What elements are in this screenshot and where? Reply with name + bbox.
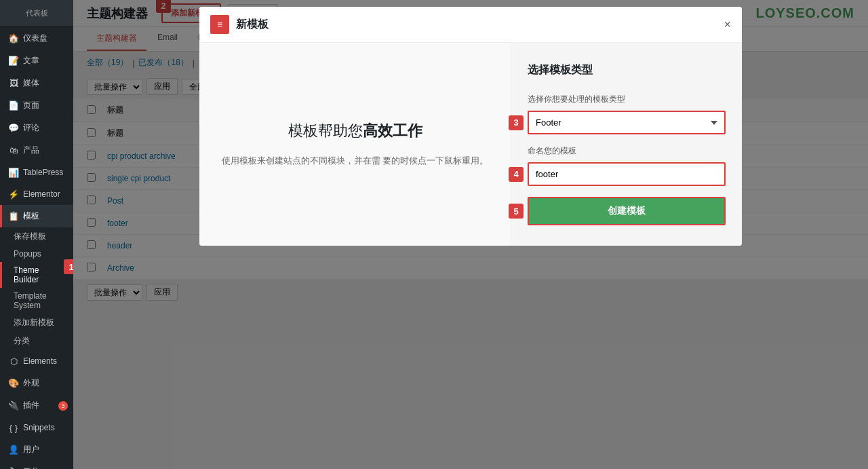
template-name-group: 命名您的模板 4	[528, 145, 726, 186]
modal-icon: ≡	[210, 15, 229, 34]
sidebar-item-label: 工具	[23, 466, 39, 469]
template-type-group: 选择你想要处理的模板类型 3 Footer Page Section Heade…	[528, 94, 726, 134]
sidebar-logo: 代表板	[0, 0, 73, 27]
tools-icon: 🔧	[8, 467, 19, 470]
sidebar-item-templates[interactable]: 📋 模板	[0, 205, 73, 227]
elementor-icon: ⚡	[8, 189, 19, 200]
pages-icon: 📄	[8, 100, 19, 111]
elementor-icon-small: ≡	[217, 19, 222, 30]
appearance-icon: 🎨	[8, 378, 19, 389]
sidebar-item-label: 产品	[23, 145, 39, 156]
sidebar-item-snippets[interactable]: { } Snippets	[0, 417, 73, 438]
step5-badge: 5	[509, 204, 524, 219]
plugins-icon: 🔌	[8, 400, 19, 411]
sidebar-item-plugins[interactable]: 🔌 插件 3	[0, 394, 73, 417]
create-button-group: 5 创建模板	[528, 197, 726, 225]
plugins-badge: 3	[58, 401, 68, 411]
sidebar-item-label: 模板	[23, 210, 39, 222]
step4-badge: 4	[509, 167, 524, 182]
sidebar-sub-themebuilder[interactable]: Theme Builder 1	[0, 262, 73, 288]
modal-body: 模板帮助您高效工作 使用模板来创建站点的不同模块，并在需 要的时候点一下鼠标重用…	[199, 43, 742, 246]
template-type-select[interactable]: Footer Page Section Header Single Archiv…	[528, 111, 726, 134]
sidebar-item-appearance[interactable]: 🎨 外观	[0, 372, 73, 394]
sidebar-item-label: TablePress	[23, 168, 63, 177]
sidebar-item-label: 媒体	[23, 77, 39, 89]
sidebar-item-tools[interactable]: 🔧 工具	[0, 461, 73, 469]
modal-right-panel: 选择模板类型 选择你想要处理的模板类型 3 Footer Page Sectio…	[511, 43, 742, 246]
sidebar-sub-popups[interactable]: Popups	[0, 246, 73, 262]
sidebar-sub-templatesystem[interactable]: Template System	[0, 288, 73, 314]
sidebar-item-label: 用户	[23, 444, 39, 455]
sidebar-item-label: 评论	[23, 122, 39, 134]
elements-icon: ⬡	[8, 356, 19, 367]
media-icon: 🖼	[8, 78, 19, 89]
sidebar-item-elementor[interactable]: ⚡ Elementor	[0, 183, 73, 205]
sidebar-item-label: Elementor	[23, 189, 60, 199]
sidebar-sub-addnew[interactable]: 添加新模板	[0, 314, 73, 332]
step1-badge: 1	[64, 259, 73, 274]
sidebar-item-pages[interactable]: 📄 页面	[0, 94, 73, 117]
comments-icon: 💬	[8, 123, 19, 134]
dashboard-icon: 🏠	[8, 33, 19, 44]
sidebar-item-label: 外观	[23, 377, 39, 389]
sidebar-item-media[interactable]: 🖼 媒体	[0, 72, 73, 94]
choose-type-title: 选择模板类型	[528, 63, 726, 77]
sidebar-item-products[interactable]: 🛍 产品	[0, 139, 73, 162]
sidebar-item-label: 插件	[23, 400, 39, 411]
name-label: 命名您的模板	[528, 145, 726, 157]
sidebar-item-users[interactable]: 👤 用户	[0, 438, 73, 461]
modal-header: ≡ 新模板 ×	[199, 7, 742, 43]
sidebar-item-label: Snippets	[23, 423, 55, 432]
modal-left-panel: 模板帮助您高效工作 使用模板来创建站点的不同模块，并在需 要的时候点一下鼠标重用…	[199, 43, 511, 246]
sidebar-sub-saved[interactable]: 保存模板	[0, 227, 73, 246]
modal-left-heading: 模板帮助您高效工作	[288, 119, 422, 142]
create-template-button[interactable]: 创建模板	[528, 197, 726, 225]
users-icon: 👤	[8, 445, 19, 455]
sidebar: 代表板 🏠 仪表盘 📝 文章 🖼 媒体 📄 页面 💬 评论 🛍 产品 📊 Tab…	[0, 0, 73, 469]
sidebar-item-label: 仪表盘	[23, 33, 47, 44]
sidebar-item-dashboard[interactable]: 🏠 仪表盘	[0, 27, 73, 50]
select-type-label: 选择你想要处理的模板类型	[528, 94, 726, 105]
modal-left-description: 使用模板来创建站点的不同模块，并在需 要的时候点一下鼠标重用。	[222, 153, 489, 168]
sidebar-item-posts[interactable]: 📝 文章	[0, 50, 73, 72]
templates-icon: 📋	[8, 211, 19, 222]
sidebar-item-label: 页面	[23, 100, 39, 111]
sidebar-item-tablepress[interactable]: 📊 TablePress	[0, 162, 73, 183]
template-name-input[interactable]	[528, 162, 726, 186]
sidebar-sub-categories[interactable]: 分类	[0, 332, 73, 350]
step3-badge: 3	[509, 115, 524, 130]
modal-overlay: ≡ 新模板 × 模板帮助您高效工作 使用模板来创建站点的不同模块，并在需 要的时…	[73, 0, 868, 469]
main-content: 主题构建器 2 添加新模板 导入模板 LOYSEO.COM 主题构建器 Emai…	[73, 0, 868, 469]
modal-close-button[interactable]: ×	[724, 18, 731, 31]
snippets-icon: { }	[8, 422, 19, 433]
sidebar-item-label: Elements	[23, 356, 57, 366]
sidebar-item-comments[interactable]: 💬 评论	[0, 117, 73, 139]
posts-icon: 📝	[8, 56, 19, 67]
modal-title: 新模板	[236, 18, 717, 32]
products-icon: 🛍	[8, 145, 19, 156]
new-template-modal: ≡ 新模板 × 模板帮助您高效工作 使用模板来创建站点的不同模块，并在需 要的时…	[199, 7, 742, 246]
tablepress-icon: 📊	[8, 167, 19, 178]
sidebar-item-label: 文章	[23, 55, 39, 67]
sidebar-item-elements[interactable]: ⬡ Elements	[0, 350, 73, 372]
